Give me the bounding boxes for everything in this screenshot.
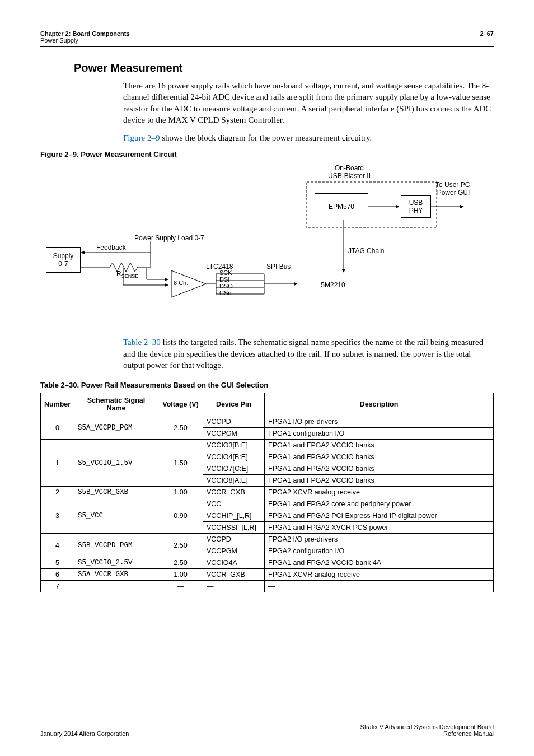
cell-voltage: 2.50 <box>158 534 203 557</box>
m2210-box: 5M2210 <box>298 273 368 297</box>
figure-caption: Figure 2–9. Power Measurement Circuit <box>40 150 494 158</box>
cell-desc: FPGA2 I/O pre-drivers <box>265 534 494 545</box>
cell-signal: S5A_VCCR_GXB <box>74 569 158 581</box>
cell-desc: FPGA1 XCVR analog receive <box>265 569 494 581</box>
table-ref-paragraph: Table 2–30 lists the targeted rails. The… <box>123 337 494 371</box>
cell-number: 1 <box>41 440 74 487</box>
cell-number: 4 <box>41 534 74 557</box>
cell-signal: — <box>74 581 158 592</box>
table-row: 5S5_VCCIO_2.5V2.50VCCIO4AFPGA1 and FPGA2… <box>41 557 494 569</box>
cell-pin: VCC <box>203 498 265 510</box>
cell-number: 5 <box>41 557 74 569</box>
cell-pin: VCCPGM <box>203 545 265 557</box>
table-row: 6S5A_VCCR_GXB1.00VCCR_GXBFPGA1 XCVR anal… <box>41 569 494 581</box>
cell-voltage: 1.00 <box>158 569 203 581</box>
cell-voltage: 1.00 <box>158 487 203 498</box>
header-rule <box>40 46 494 47</box>
table-row: 2S5B_VCCR_GXB1.00VCCR_GXBFPGA2 XCVR anal… <box>41 487 494 498</box>
footer-right-1: Stratix V Advanced Systems Development B… <box>360 724 494 730</box>
cell-pin: VCCIO4A <box>203 557 265 569</box>
cell-desc: FPGA1 and FPGA2 PCI Express Hard IP digi… <box>265 510 494 522</box>
cell-number: 3 <box>41 498 74 534</box>
ch8-label: 8 Ch. <box>174 279 188 286</box>
cell-desc: FPGA1 and FPGA2 VCCIO bank 4A <box>265 557 494 569</box>
cell-pin: VCCPD <box>203 416 265 428</box>
dso-label: DSO <box>219 283 233 290</box>
jtag-label: JTAG Chain <box>348 247 384 255</box>
table-caption: Table 2–30. Power Rail Measurements Base… <box>40 381 494 389</box>
cell-pin: VCCPD <box>203 534 265 545</box>
touser-label: To User PC Power GUI <box>435 181 470 197</box>
page-number: 2–67 <box>480 30 494 37</box>
cell-signal: S5A_VCCPD_PGM <box>74 416 158 440</box>
figure-ref-paragraph: Figure 2–9 shows the block diagram for t… <box>123 132 494 143</box>
figure-ref-tail: shows the block diagram for the power me… <box>160 133 372 142</box>
cell-signal: S5_VCCIO_1.5V <box>74 440 158 487</box>
col-number: Number <box>41 393 74 416</box>
cell-signal: S5B_VCCPD_PGM <box>74 534 158 557</box>
cell-voltage: 2.50 <box>158 416 203 440</box>
footer-left: January 2014 Altera Corporation <box>40 730 129 737</box>
cell-signal: S5_VCCIO_2.5V <box>74 557 158 569</box>
cell-desc: FPGA1 and FPGA2 VCCIO banks <box>265 463 494 475</box>
dsi-label: DSI <box>219 276 229 283</box>
footer-right-2: Reference Manual <box>443 730 494 737</box>
cell-desc: FPGA1 and FPGA2 VCCIO banks <box>265 475 494 487</box>
cell-desc: FPGA1 I/O pre-drivers <box>265 416 494 428</box>
cell-number: 6 <box>41 569 74 581</box>
section-title: Power Measurement <box>74 62 494 74</box>
cell-voltage: 1.50 <box>158 440 203 487</box>
cell-desc: FPGA2 configuration I/O <box>265 545 494 557</box>
table-ref-link[interactable]: Table 2–30 <box>123 338 161 347</box>
cell-pin: — <box>203 581 265 592</box>
cell-voltage: 2.50 <box>158 557 203 569</box>
epm570-box: EPM570 <box>315 193 368 220</box>
spi-label: SPI Bus <box>266 263 291 270</box>
cell-pin: VCCR_GXB <box>203 569 265 581</box>
col-pin: Device Pin <box>203 393 265 416</box>
col-signal: Schematic Signal Name <box>74 393 158 416</box>
cell-voltage: — <box>158 581 203 592</box>
table-ref-tail: lists the targeted rails. The schematic … <box>123 338 483 370</box>
cell-desc: FPGA1 and FPGA2 VCCIO banks <box>265 440 494 451</box>
cell-number: 2 <box>41 487 74 498</box>
cell-desc: FPGA1 and FPGA2 XVCR PCS power <box>265 522 494 534</box>
table-row: 7———— <box>41 581 494 592</box>
cell-pin: VCCHIP_[L,R] <box>203 510 265 522</box>
page-footer: January 2014 Altera Corporation Stratix … <box>40 724 494 737</box>
cell-pin: VCCHSSI_[L,R] <box>203 522 265 534</box>
section-label: Power Supply <box>40 37 494 44</box>
usb-phy-box: USB PHY <box>401 195 431 218</box>
cell-desc: FPGA1 configuration I/O <box>265 428 494 440</box>
load-label: Power Supply Load 0-7 <box>134 234 204 242</box>
cell-pin: VCCIO4[B:E] <box>203 451 265 463</box>
onboard-label: On-Board USB-Blaster II <box>328 164 371 180</box>
cell-desc: FPGA1 and FPGA2 core and periphery power <box>265 498 494 510</box>
cell-pin: VCCR_GXB <box>203 487 265 498</box>
table-row: 3S5_VCC0.90VCCFPGA1 and FPGA2 core and p… <box>41 498 494 510</box>
feedback-label: Feedback <box>96 244 126 251</box>
cell-pin: VCCIO3[B:E] <box>203 440 265 451</box>
intro-paragraph: There are 16 power supply rails which ha… <box>123 80 494 125</box>
rsense-label: RSENSE <box>116 270 138 279</box>
cell-number: 0 <box>41 416 74 440</box>
cell-signal: S5B_VCCR_GXB <box>74 487 158 498</box>
figure-power-measurement: Supply 0-7 5M2210 EPM570 USB PHY Feedbac… <box>40 163 494 325</box>
figure-ref-link[interactable]: Figure 2–9 <box>123 133 160 142</box>
table-row: 4S5B_VCCPD_PGM2.50VCCPDFPGA2 I/O pre-dri… <box>41 534 494 545</box>
col-voltage: Voltage (V) <box>158 393 203 416</box>
supply-box: Supply 0-7 <box>46 247 81 273</box>
power-rail-table: Number Schematic Signal Name Voltage (V)… <box>40 393 494 592</box>
cell-desc: FPGA1 and FPGA2 VCCIO banks <box>265 451 494 463</box>
table-row: 1S5_VCCIO_1.5V1.50VCCIO3[B:E]FPGA1 and F… <box>41 440 494 451</box>
cell-pin: VCCPGM <box>203 428 265 440</box>
sck-label: SCK <box>219 269 232 276</box>
cell-number: 7 <box>41 581 74 592</box>
cell-signal: S5_VCC <box>74 498 158 534</box>
cell-desc: FPGA2 XCVR analog receive <box>265 487 494 498</box>
chapter-label: Chapter 2: Board Components <box>40 30 130 37</box>
cell-desc: — <box>265 581 494 592</box>
cell-pin: VCCIO8[A:E] <box>203 475 265 487</box>
cell-pin: VCCIO7[C:E] <box>203 463 265 475</box>
cell-voltage: 0.90 <box>158 498 203 534</box>
